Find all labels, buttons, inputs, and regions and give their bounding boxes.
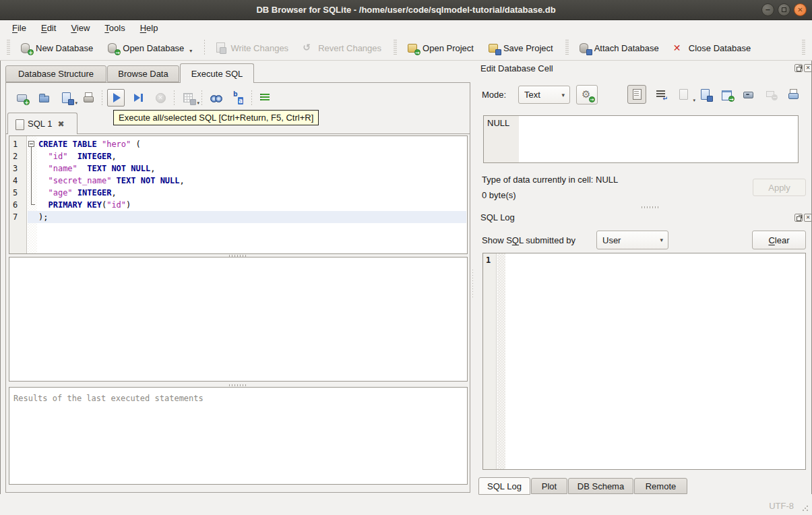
export-data-icon <box>699 88 711 100</box>
print-cell-button[interactable] <box>784 85 803 104</box>
code-line[interactable]: CREATE TABLE "hero" ( <box>38 138 467 150</box>
dropdown-caret-icon[interactable]: ▾ <box>75 100 77 106</box>
import-data-button: ▾ <box>674 85 693 104</box>
fold-margin[interactable] <box>28 136 37 253</box>
open-external-button[interactable]: → <box>717 85 736 104</box>
find-button[interactable] <box>207 89 224 107</box>
open-sql-file-button[interactable] <box>35 89 53 107</box>
toolbar-handle[interactable] <box>565 40 569 56</box>
menu-bar: FileEditViewToolsHelp <box>0 20 812 36</box>
clear-log-button[interactable]: Clear <box>752 231 806 249</box>
dock-tab-label: Remote <box>646 481 677 491</box>
results-message-pane: Results of the last executed statements <box>9 387 468 485</box>
open-project-button[interactable]: →Open Project <box>401 38 482 57</box>
mode-select[interactable]: Text <box>518 86 570 104</box>
menu-view[interactable]: View <box>64 22 96 34</box>
resize-grip[interactable] <box>802 505 809 512</box>
dock-splitter-handle[interactable] <box>642 206 659 208</box>
apply-format-button[interactable]: → <box>576 85 598 104</box>
dropdown-caret-icon[interactable]: ▾ <box>189 48 192 54</box>
code-line[interactable]: ); <box>38 211 467 223</box>
sql-text: , <box>150 164 155 173</box>
dock-tab-db-schema[interactable]: DB Schema <box>568 478 633 494</box>
dock-tab-sql-log[interactable]: SQL Log <box>478 477 530 495</box>
new-database-label: New Database <box>36 43 93 53</box>
export-data-button[interactable] <box>695 85 714 104</box>
apply-format-gear-icon: → <box>581 89 593 101</box>
dock-close-icon[interactable] <box>804 64 812 72</box>
sql-string: "id" <box>106 200 126 210</box>
open-database-button[interactable]: →Open Database▾ <box>101 38 200 57</box>
new-database-button[interactable]: +New Database <box>14 38 101 57</box>
title-bar[interactable]: DB Browser for SQLite - /home/user/code/… <box>0 0 812 20</box>
close-button-icon[interactable]: ✕ <box>794 3 807 16</box>
fold-guide-line <box>31 147 32 205</box>
code-line[interactable]: "secret_name" TEXT NOT NULL, <box>38 175 467 187</box>
toolbar-grip[interactable] <box>802 40 805 56</box>
text-mode-button[interactable] <box>627 85 646 104</box>
dock-tab-remote[interactable]: Remote <box>634 478 687 494</box>
find-icon <box>210 92 222 104</box>
code-line[interactable]: PRIMARY KEY("id") <box>38 199 467 211</box>
dropdown-caret-icon[interactable]: ▾ <box>197 100 199 106</box>
save-project-icon <box>487 42 499 54</box>
sql-editor-tab[interactable]: SQL 1 ✖ <box>7 113 77 134</box>
sql-log-filter-value: User <box>602 235 621 245</box>
dock-float-icon[interactable] <box>794 64 803 72</box>
new-sql-tab-button[interactable]: + <box>13 89 30 107</box>
cell-value-editor[interactable]: NULL <box>483 115 799 163</box>
menu-edit[interactable]: Edit <box>34 22 63 34</box>
log-dock-float-icon[interactable] <box>794 214 803 222</box>
execute-line-button[interactable] <box>129 89 147 107</box>
main-toolbar: +New Database→Open Database▾Write Change… <box>0 36 812 61</box>
line-numbers: 1234567 <box>9 138 27 223</box>
sql-log-filter-label: Show SQL submitted by <box>482 235 575 245</box>
word-wrap-button[interactable] <box>652 85 670 104</box>
save-project-button[interactable]: Save Project <box>482 38 561 57</box>
revert-changes-label: Revert Changes <box>318 43 381 53</box>
menu-file[interactable]: File <box>5 22 33 34</box>
new-database-icon-badge: + <box>28 49 34 55</box>
dock-tab-plot[interactable]: Plot <box>531 478 567 494</box>
fold-guide-corner <box>31 204 35 205</box>
code-line[interactable]: "id" INTEGER, <box>38 150 467 162</box>
tab-database-structure[interactable]: Database Structure <box>5 65 106 82</box>
panel-splitter-handle[interactable] <box>472 270 474 298</box>
mode-label: Mode: <box>482 90 506 100</box>
format-sql-button[interactable] <box>257 89 274 107</box>
print-button[interactable] <box>80 89 97 107</box>
sql-code-editor[interactable]: 1234567 CREATE TABLE "hero" ( "id" INTEG… <box>9 135 468 254</box>
line-number: 1 <box>9 138 27 150</box>
toolbar-handle[interactable] <box>7 40 10 56</box>
menu-tools[interactable]: Tools <box>98 22 131 34</box>
replace-button[interactable] <box>229 89 247 107</box>
maximize-button-icon[interactable] <box>778 3 790 16</box>
code-line[interactable]: "age" INTEGER, <box>38 187 467 199</box>
sql-text <box>97 140 102 149</box>
link-button[interactable] <box>739 85 757 104</box>
line-number: 2 <box>9 150 27 162</box>
log-dock-close-icon[interactable] <box>804 214 812 222</box>
sql-text: , <box>111 152 116 161</box>
menu-help[interactable]: Help <box>133 22 165 34</box>
line-number: 4 <box>9 175 27 187</box>
tab-browse-data[interactable]: Browse Data <box>107 65 179 82</box>
fold-toggle-icon[interactable] <box>28 141 34 147</box>
apply-button[interactable]: Apply <box>753 179 806 196</box>
close-database-button[interactable]: Close Database <box>667 38 759 57</box>
toolbar-handle[interactable] <box>394 40 397 56</box>
results-splitter-handle[interactable] <box>229 384 247 386</box>
sql-text <box>38 152 48 161</box>
sql-log-view[interactable]: 1 <box>482 253 806 470</box>
close-tab-icon[interactable]: ✖ <box>57 120 64 128</box>
attach-database-button[interactable]: Attach Database <box>573 38 667 57</box>
minimize-button-icon[interactable]: − <box>761 3 774 16</box>
attach-database-icon-badge <box>586 49 592 55</box>
execute-all-button[interactable] <box>107 89 125 107</box>
code-line[interactable]: "name" TEXT NOT NULL, <box>38 162 467 175</box>
tab-execute-sql[interactable]: Execute SQL <box>180 63 254 83</box>
save-sql-file-button[interactable]: ▾ <box>57 89 75 107</box>
sql-log-filter-select[interactable]: User <box>596 231 668 249</box>
new-sql-tab-icon-badge: + <box>24 99 30 105</box>
new-sql-tab-icon: + <box>15 92 28 104</box>
